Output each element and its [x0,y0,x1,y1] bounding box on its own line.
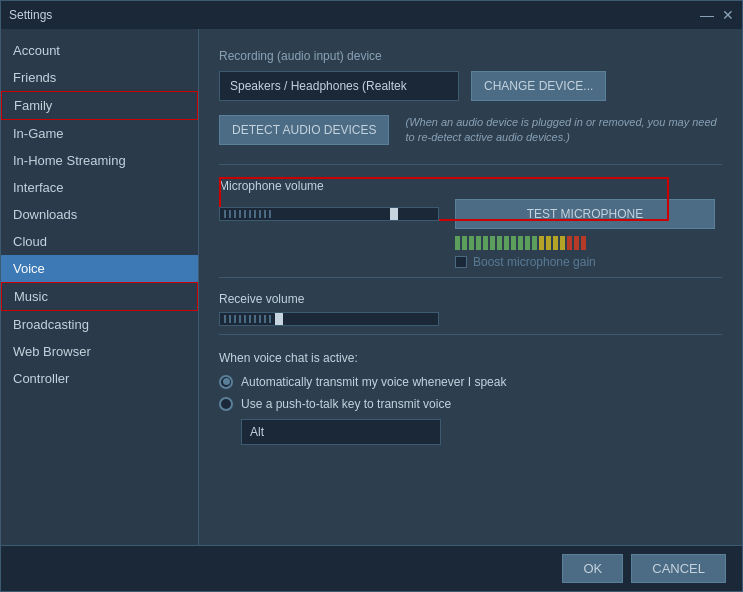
vol-bar [490,236,495,250]
vol-bar [574,236,579,250]
sidebar-item-interface[interactable]: Interface [1,174,198,201]
slider-ticks [220,210,438,218]
voice-active-label: When voice chat is active: [219,351,722,365]
vol-bar [469,236,474,250]
ok-button[interactable]: OK [562,554,623,583]
boost-gain-label: Boost microphone gain [473,255,596,269]
content-area: Account Friends Family In-Game In-Home S… [1,29,742,545]
title-bar: Settings — ✕ [1,1,742,29]
divider2 [219,277,722,278]
tick [229,210,231,218]
receive-slider[interactable] [219,312,439,326]
vol-bar [553,236,558,250]
detect-note: (When an audio device is plugged in or r… [405,115,722,146]
tick [239,210,241,218]
tick [254,210,256,218]
tick [264,210,266,218]
push-to-talk-input[interactable] [241,419,441,445]
radio-inner [223,378,230,385]
test-microphone-button[interactable]: TEST MICROPHONE [455,199,715,229]
tick [269,210,271,218]
sidebar-item-downloads[interactable]: Downloads [1,201,198,228]
tick [269,315,271,323]
tick [259,210,261,218]
tick [244,315,246,323]
title-bar-controls: — ✕ [700,8,734,22]
vol-bar [504,236,509,250]
boost-gain-row: Boost microphone gain [455,255,596,269]
close-button[interactable]: ✕ [722,8,734,22]
spacer [219,235,455,269]
tick [234,315,236,323]
device-row: CHANGE DEVICE... [219,71,722,101]
tick [254,315,256,323]
vol-bar [483,236,488,250]
microphone-volume-row: TEST MICROPHONE [219,199,722,229]
device-input[interactable] [219,71,459,101]
microphone-volume-label: Microphone volume [219,179,722,193]
tick [229,315,231,323]
divider3 [219,334,722,335]
vol-bar [539,236,544,250]
sidebar-item-friends[interactable]: Friends [1,64,198,91]
vol-bar [567,236,572,250]
microphone-slider[interactable] [219,207,439,221]
microphone-section: Microphone volume [219,179,722,229]
minimize-button[interactable]: — [700,8,714,22]
push-to-talk-radio[interactable] [219,397,233,411]
receive-volume-row [219,312,722,326]
auto-transmit-radio[interactable] [219,375,233,389]
sidebar-item-webbrowser[interactable]: Web Browser [1,338,198,365]
footer: OK CANCEL [1,545,742,591]
push-to-talk-label: Use a push-to-talk key to transmit voice [241,397,451,411]
sidebar-item-controller[interactable]: Controller [1,365,198,392]
tick [249,315,251,323]
vol-bar [581,236,586,250]
receive-slider-thumb[interactable] [275,313,283,325]
sidebar-item-ingame[interactable]: In-Game [1,120,198,147]
mic-controls-right: Boost microphone gain [455,235,596,269]
tick [234,210,236,218]
volume-bars [455,235,596,251]
tick [224,210,226,218]
vol-bar [532,236,537,250]
tick [249,210,251,218]
vol-bar [511,236,516,250]
sidebar-item-broadcasting[interactable]: Broadcasting [1,311,198,338]
microphone-slider-thumb[interactable] [390,208,398,220]
vol-bar [455,236,460,250]
cancel-button[interactable]: CANCEL [631,554,726,583]
sidebar-item-cloud[interactable]: Cloud [1,228,198,255]
sidebar-item-family[interactable]: Family [1,91,198,120]
tick [259,315,261,323]
settings-window: Settings — ✕ Account Friends Family In-G… [0,0,743,592]
tick [244,210,246,218]
sidebar-item-music[interactable]: Music [1,282,198,311]
boost-gain-checkbox[interactable] [455,256,467,268]
auto-transmit-label: Automatically transmit my voice whenever… [241,375,506,389]
main-content: Recording (audio input) device CHANGE DE… [199,29,742,545]
divider1 [219,164,722,165]
volume-bars-row: Boost microphone gain [219,235,722,269]
receive-volume-label: Receive volume [219,292,722,306]
vol-bar [476,236,481,250]
window-title: Settings [9,8,52,22]
sidebar-item-inhome[interactable]: In-Home Streaming [1,147,198,174]
sidebar-item-voice[interactable]: Voice [1,255,198,282]
sidebar-item-account[interactable]: Account [1,37,198,64]
vol-bar [497,236,502,250]
vol-bar [560,236,565,250]
recording-label: Recording (audio input) device [219,49,722,63]
tick [224,315,226,323]
receive-section: Receive volume [219,292,722,326]
vol-bar [518,236,523,250]
vol-bar [462,236,467,250]
auto-transmit-row: Automatically transmit my voice whenever… [219,375,722,389]
tick [264,315,266,323]
vol-bar [546,236,551,250]
tick [239,315,241,323]
detect-audio-button[interactable]: DETECT AUDIO DEVICES [219,115,389,145]
sidebar: Account Friends Family In-Game In-Home S… [1,29,199,545]
change-device-button[interactable]: CHANGE DEVICE... [471,71,606,101]
push-to-talk-row: Use a push-to-talk key to transmit voice [219,397,722,411]
